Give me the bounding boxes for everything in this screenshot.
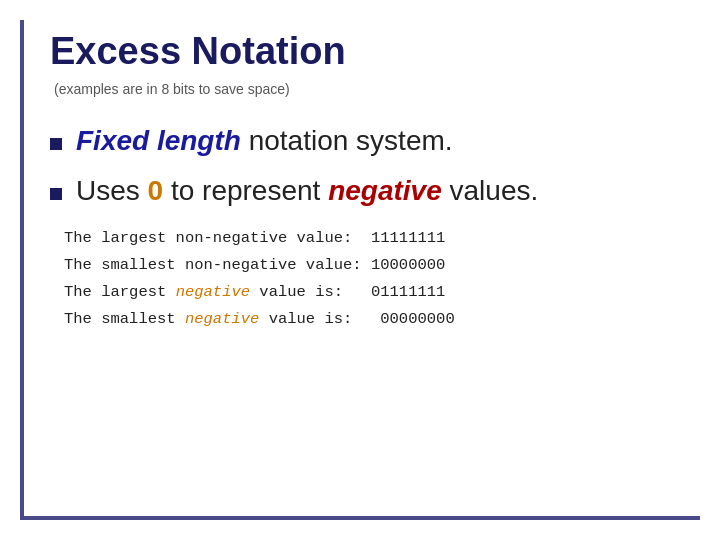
code-label-4-suffix: value is: (259, 306, 380, 333)
text-values: values. (450, 175, 539, 206)
text-uses-prefix: Uses (76, 175, 148, 206)
bullet-text-uses: Uses 0 to represent negative values. (76, 175, 538, 207)
code-value-2: 10000000 (371, 252, 445, 279)
code-block: The largest non-negative value: 11111111… (64, 225, 680, 334)
bullet-text-fixed: Fixed length notation system. (76, 125, 453, 157)
code-line-3: The largest negative value is: 01111111 (64, 279, 680, 306)
code-label-2: The smallest non-negative value: (64, 252, 371, 279)
bullet-square-1 (50, 138, 62, 150)
code-line-2: The smallest non-negative value: 1000000… (64, 252, 680, 279)
code-value-4: 00000000 (380, 306, 454, 333)
text-fixed-length: Fixed length (76, 125, 241, 156)
slide-title: Excess Notation (50, 30, 680, 73)
code-line-1: The largest non-negative value: 11111111 (64, 225, 680, 252)
bullet-item-fixed: Fixed length notation system. (50, 125, 680, 157)
code-label-4-negative: negative (185, 306, 259, 333)
text-to-represent: to represent (171, 175, 328, 206)
text-notation-system: notation system. (249, 125, 453, 156)
code-label-1: The largest non-negative value: (64, 225, 371, 252)
text-zero: 0 (148, 175, 164, 206)
code-value-1: 11111111 (371, 225, 445, 252)
code-label-4-prefix: The smallest (64, 306, 185, 333)
code-label-3-negative: negative (176, 279, 250, 306)
bullet-square-2 (50, 188, 62, 200)
code-label-3-prefix: The largest (64, 279, 176, 306)
slide: Excess Notation (examples are in 8 bits … (0, 0, 720, 540)
slide-subtitle: (examples are in 8 bits to save space) (54, 81, 680, 97)
bullet-item-uses: Uses 0 to represent negative values. (50, 175, 680, 207)
code-value-3: 01111111 (371, 279, 445, 306)
text-negative: negative (328, 175, 442, 206)
code-line-4: The smallest negative value is: 00000000 (64, 306, 680, 333)
code-label-3-suffix: value is: (250, 279, 371, 306)
